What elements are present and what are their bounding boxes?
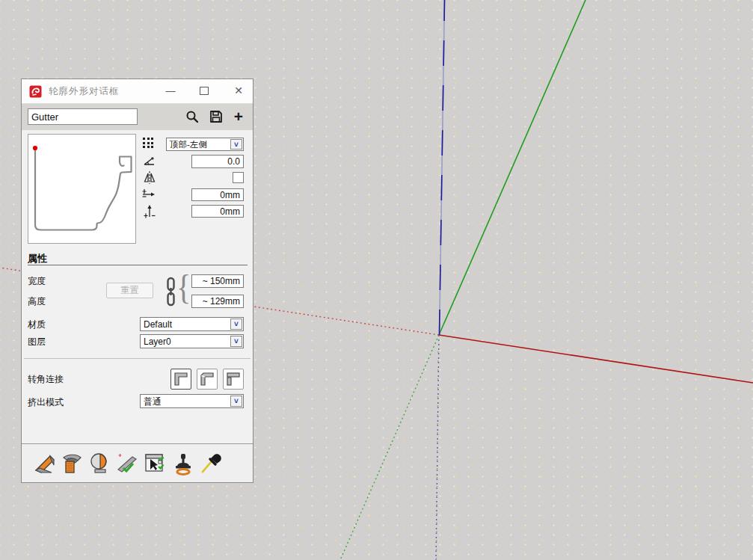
flip-mirror-icon — [144, 170, 156, 185]
sweep-solid-tool-button[interactable] — [32, 451, 58, 476]
blue-axis-dotted — [436, 335, 439, 560]
profile-search-toolbar: + — [22, 104, 253, 131]
profile-search-input[interactable] — [28, 108, 138, 125]
tool-row — [22, 444, 253, 482]
anchor-position-value: 顶部-左侧 — [170, 139, 207, 150]
horizontal-offset-icon — [142, 188, 156, 200]
vertical-offset-icon — [144, 204, 156, 218]
revolve-icon — [88, 452, 112, 476]
rotation-angle-icon — [144, 155, 155, 166]
layer-label: 图层 — [28, 336, 46, 348]
dialog-titlebar[interactable]: 轮廓外形对话框 — ✕ — [22, 79, 253, 104]
gutter-profile-drawing — [28, 135, 135, 243]
app-logo-icon — [29, 85, 42, 98]
follow-path-icon — [61, 452, 84, 476]
stamp-icon — [171, 452, 195, 476]
green-axis-dotted — [340, 335, 439, 560]
extrude-mode-label: 挤出模式 — [28, 396, 64, 409]
add-profile-icon[interactable]: + — [232, 110, 245, 123]
flip-checkbox[interactable] — [233, 172, 244, 183]
height-label: 高度 — [28, 295, 46, 308]
width-label: 宽度 — [28, 275, 46, 288]
maximize-button[interactable] — [197, 84, 211, 97]
red-axis-solid — [439, 335, 753, 383]
extrude-mode-select[interactable]: 普通 ˅ — [140, 394, 244, 408]
maximize-icon — [200, 87, 209, 95]
corner-butt-button[interactable] — [223, 369, 244, 390]
dialog-content: 顶部-左侧 ˅ — [22, 130, 253, 482]
offset-y-input[interactable] — [191, 205, 244, 218]
profile-preview[interactable] — [28, 134, 136, 244]
material-label: 材质 — [28, 319, 46, 331]
welded-corner-icon — [172, 370, 190, 388]
stamp-tool-button[interactable] — [170, 451, 196, 476]
eyedropper-tool-button[interactable] — [198, 451, 224, 476]
properties-divider — [28, 265, 248, 265]
material-select[interactable]: Default ˅ — [140, 317, 244, 331]
eyedropper-icon — [199, 452, 223, 476]
validate-profile-icon — [116, 452, 140, 476]
mitered-corner-icon — [198, 370, 216, 388]
chevron-down-icon[interactable]: ˅ — [230, 319, 242, 330]
rotation-input[interactable] — [191, 155, 244, 168]
layer-value: Layer0 — [144, 336, 171, 347]
butt-joint-corner-icon — [224, 370, 242, 388]
section-divider — [24, 358, 251, 359]
save-icon[interactable] — [209, 110, 223, 123]
apply-to-selection-tool-button[interactable] — [143, 451, 168, 476]
corner-mitered-button[interactable] — [197, 369, 218, 390]
extrude-mode-value: 普通 — [144, 395, 162, 407]
chevron-down-icon[interactable]: ˅ — [230, 139, 242, 150]
close-button[interactable]: ✕ — [232, 84, 245, 97]
properties-header: 属性 — [28, 252, 47, 265]
dialog-title: 轮廓外形对话框 — [49, 85, 120, 98]
link-dimensions-icon[interactable] — [166, 277, 176, 307]
revolve-tool-button[interactable] — [87, 451, 113, 476]
green-axis-solid — [439, 0, 586, 335]
reset-button[interactable]: 重置 — [106, 283, 153, 298]
brace-glyph: { — [176, 268, 191, 308]
height-input[interactable] — [191, 295, 244, 308]
search-icon[interactable] — [185, 110, 199, 123]
minimize-button[interactable]: — — [164, 84, 177, 97]
profile-dialog: 轮廓外形对话框 — ✕ + 顶 — [21, 79, 253, 483]
anchor-grid-icon[interactable] — [143, 138, 155, 150]
offset-x-input[interactable] — [191, 188, 244, 201]
chevron-down-icon[interactable]: ˅ — [230, 336, 242, 347]
anchor-point-marker — [33, 146, 37, 150]
sweep-solid-icon — [33, 452, 57, 476]
corner-connection-label: 转角连接 — [28, 373, 64, 386]
layer-select[interactable]: Layer0 ˅ — [140, 334, 244, 348]
corner-welded-button[interactable] — [170, 369, 191, 390]
apply-to-selection-icon — [144, 452, 167, 476]
chevron-down-icon[interactable]: ˅ — [230, 396, 242, 407]
validate-profile-tool-button[interactable] — [115, 451, 141, 476]
material-value: Default — [144, 319, 172, 330]
follow-path-tool-button[interactable] — [60, 451, 85, 476]
anchor-position-select[interactable]: 顶部-左侧 ˅ — [166, 138, 244, 151]
width-input[interactable] — [191, 274, 244, 288]
